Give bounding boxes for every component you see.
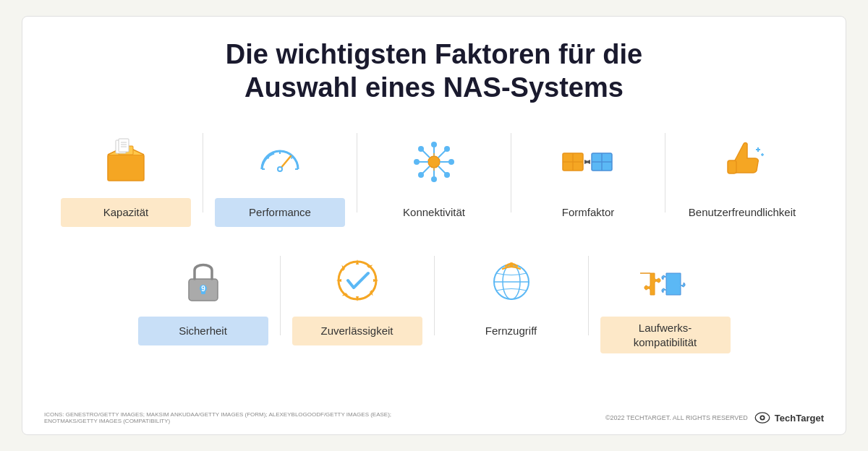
techtarget-eye-icon [754, 412, 771, 424]
item-benutzerfreundlichkeit: Benutzerfreundlichkeit [677, 126, 807, 227]
item-kapazitaet: Kapazität [61, 126, 191, 227]
divider-1 [203, 133, 203, 212]
content-rows: Kapazität [51, 126, 817, 353]
svg-point-27 [448, 159, 454, 165]
svg-point-24 [431, 142, 437, 147]
icon-zuverlaessigkeit [292, 244, 422, 317]
item-konnektivitaet: Konnektivität [369, 126, 499, 227]
item-sicherheit: 9 Sicherheit [138, 244, 268, 353]
svg-rect-40 [728, 160, 736, 173]
svg-point-28 [418, 146, 424, 152]
svg-line-23 [422, 166, 430, 173]
icon-kapazitaet [61, 126, 191, 198]
svg-line-22 [438, 150, 446, 158]
row-2: 9 Sicherheit [51, 244, 817, 353]
divider-2 [357, 133, 357, 212]
icon-benutzerfreundlichkeit [677, 126, 807, 198]
divider-7 [588, 256, 589, 335]
svg-point-49 [339, 262, 376, 299]
svg-text:9: 9 [201, 285, 205, 293]
label-kapazitaet: Kapazität [61, 198, 191, 227]
footer: ICONS: GENESTRO/GETTY IMAGES; MAKSIM ANK… [22, 411, 846, 424]
svg-point-56 [761, 416, 764, 419]
main-title: Die wichtigsten Faktoren für die Auswahl… [226, 38, 642, 104]
divider-3 [511, 133, 511, 212]
svg-line-21 [438, 166, 446, 173]
svg-point-14 [278, 168, 281, 171]
label-zuverlaessigkeit: Zuverlässigkeit [292, 317, 422, 345]
svg-rect-0 [108, 155, 144, 181]
svg-point-53 [509, 262, 514, 267]
item-performance: Performance [215, 126, 345, 227]
label-konnektivitaet: Konnektivität [369, 198, 499, 227]
divider-6 [434, 256, 435, 335]
footer-copyright: ©2022 TECHTARGET. ALL RIGHTS RESERVED [605, 414, 748, 421]
techtarget-logo: TechTarget [754, 412, 824, 424]
svg-point-30 [444, 146, 450, 152]
svg-line-20 [422, 150, 430, 158]
svg-point-26 [414, 159, 420, 165]
icon-performance [215, 126, 345, 198]
icon-sicherheit: 9 [138, 244, 268, 317]
item-formfaktor: Formfaktor [523, 126, 653, 227]
icon-konnektivitaet [369, 126, 499, 198]
techtarget-name: TechTarget [775, 413, 824, 424]
item-fernzugriff: Fernzugriff [446, 244, 576, 353]
svg-point-25 [431, 176, 437, 182]
label-fernzugriff: Fernzugriff [446, 317, 576, 345]
svg-point-29 [444, 172, 450, 178]
label-benutzerfreundlichkeit: Benutzerfreundlichkeit [677, 198, 807, 227]
label-formfaktor: Formfaktor [523, 198, 653, 227]
row-1: Kapazität [51, 126, 817, 227]
icon-fernzugriff [446, 244, 576, 317]
svg-rect-3 [119, 139, 129, 152]
icon-laufwerkskompatibilitaet [600, 244, 731, 317]
footer-brand: ©2022 TECHTARGET. ALL RIGHTS RESERVED Te… [605, 412, 824, 424]
label-laufwerkskompatibilitaet: Laufwerks- kompatibilität [600, 317, 731, 353]
footer-credits: ICONS: GENESTRO/GETTY IMAGES; MAKSIM ANK… [44, 411, 406, 424]
divider-4 [665, 133, 665, 212]
item-laufwerkskompatibilitaet: Laufwerks- kompatibilität [600, 244, 731, 353]
label-sicherheit: Sicherheit [138, 317, 268, 345]
divider-5 [280, 256, 281, 335]
svg-point-31 [418, 172, 424, 178]
svg-point-15 [428, 156, 440, 168]
icon-formfaktor [523, 126, 653, 198]
main-card: Die wichtigsten Faktoren für die Auswahl… [22, 16, 846, 435]
item-zuverlaessigkeit: Zuverlässigkeit [292, 244, 422, 353]
label-performance: Performance [215, 198, 345, 227]
